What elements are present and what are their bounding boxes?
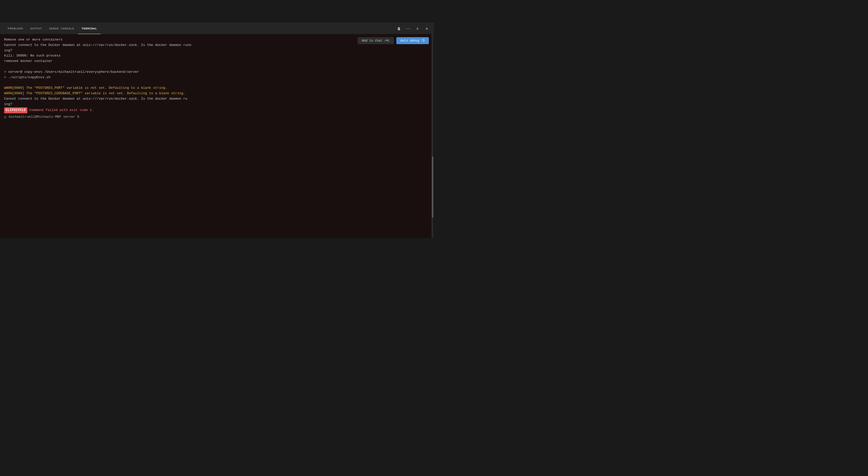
terminal-line: ing? [4, 48, 430, 54]
tab-debug-console[interactable]: DEBUG CONSOLE [46, 23, 78, 34]
chevron-up-icon[interactable]: ∧ [414, 26, 421, 32]
scrollbar-thumb[interactable] [432, 156, 433, 218]
auto-debug-button[interactable]: Auto debug ⌃D [396, 37, 429, 44]
tab-terminal[interactable]: TERMINAL [78, 23, 101, 34]
add-to-chat-button[interactable]: Add to chat ⇧⌘L [358, 37, 394, 44]
panel-actions: ··· ∧ ✕ [396, 26, 430, 32]
terminal-blank [4, 80, 430, 85]
close-icon[interactable]: ✕ [424, 26, 430, 32]
prompt-text: michaeltruell@Michaels-MBP server % [9, 114, 79, 120]
error-message: Command failed with exit code 1. [29, 108, 94, 113]
terminal-line: > server@ copy-envs /Users/michaeltruell… [4, 69, 430, 75]
terminal-line: removed docker container [4, 59, 430, 64]
top-area [0, 0, 434, 23]
prompt-circle-icon [4, 116, 6, 118]
terminal-line-warn: WARN[0000] The "POSTGRES_PORT" variable … [4, 85, 430, 91]
terminal-line: kill: 30000: No such process [4, 53, 430, 59]
terminal-line: > ./scripts/copyEnvs.sh [4, 75, 430, 80]
terminal-line: Cannot connect to the Docker daemon at u… [4, 96, 430, 102]
trash-icon[interactable] [396, 26, 402, 32]
elifecycle-badge: ELIFECYCLE [4, 108, 27, 113]
terminal-blank [4, 64, 430, 69]
terminal-prompt-line: michaeltruell@Michaels-MBP server % [4, 114, 430, 120]
terminal-elifecycle-line: ELIFECYCLE Command failed with exit code… [4, 108, 430, 113]
scrollbar[interactable] [431, 34, 433, 238]
tab-output[interactable]: OUTPUT [27, 23, 46, 34]
terminal-line: ing? [4, 102, 430, 107]
terminal-line-warn: WARN[0000] The "POSTGRES_CODEBASE_PORT" … [4, 91, 430, 96]
panel-header: PROBLEMS OUTPUT DEBUG CONSOLE TERMINAL ·… [0, 23, 434, 34]
terminal-body: Add to chat ⇧⌘L Auto debug ⌃D Remove one… [0, 34, 434, 238]
tab-problems[interactable]: PROBLEMS [4, 23, 27, 34]
floating-buttons: Add to chat ⇧⌘L Auto debug ⌃D [358, 37, 429, 44]
more-icon[interactable]: ··· [405, 26, 411, 32]
